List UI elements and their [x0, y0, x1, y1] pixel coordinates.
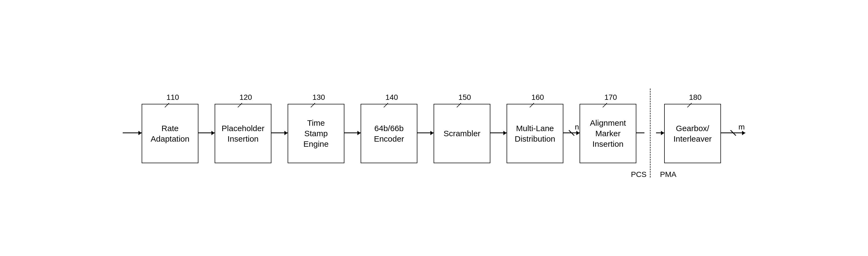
block-130-num: 130 — [312, 93, 325, 102]
block-130: 130 TimeStampEngine — [288, 93, 344, 163]
block-110: 110 RateAdaptation — [142, 93, 198, 163]
block-150-box: Scrambler — [434, 104, 490, 163]
block-160: 160 Multi-LaneDistribution — [506, 93, 563, 163]
pcs-label: PCS — [631, 170, 647, 179]
arrow-3 — [344, 103, 361, 163]
separator-container: PCS PMA — [636, 103, 664, 163]
diagram-wrapper: 110 RateAdaptation 120 PlaceholderInsert… — [123, 93, 745, 163]
arrow-line-1 — [198, 133, 215, 133]
arrow-4 — [417, 103, 434, 163]
pcs-pma-labels: PCS PMA — [631, 170, 676, 179]
block-180-num: 180 — [689, 93, 702, 102]
block-170: 170 AlignmentMarkerInsertion — [580, 93, 636, 163]
block-180: 180 Gearbox/Interleaver — [664, 93, 721, 163]
sep-left-line — [636, 133, 645, 133]
block-150: 150 Scrambler — [434, 93, 490, 163]
block-120-num: 120 — [240, 93, 252, 102]
block-110-label: RateAdaptation — [151, 123, 189, 144]
input-arrow — [123, 103, 142, 163]
block-170-box: AlignmentMarkerInsertion — [580, 104, 636, 163]
arrow-line-2 — [271, 133, 288, 133]
input-arrow-line — [123, 133, 142, 133]
block-170-num: 170 — [604, 93, 617, 102]
arrow-2 — [271, 103, 288, 163]
block-180-label: Gearbox/Interleaver — [673, 123, 712, 144]
block-140-label: 64b/66bEncoder — [374, 123, 404, 144]
dashed-vertical — [650, 88, 651, 178]
block-150-label: Scrambler — [443, 128, 480, 139]
arrow-5 — [490, 103, 506, 163]
diagram-container: 110 RateAdaptation 120 PlaceholderInsert… — [0, 0, 868, 256]
arrow-line-5 — [490, 133, 506, 133]
m-label: m — [739, 123, 745, 132]
block-140-num: 140 — [385, 93, 398, 102]
block-160-label: Multi-LaneDistribution — [515, 123, 555, 144]
block-120-box: PlaceholderInsertion — [215, 104, 271, 163]
block-160-box: Multi-LaneDistribution — [506, 104, 563, 163]
block-180-box: Gearbox/Interleaver — [664, 104, 721, 163]
sep-arrow-area — [636, 103, 664, 163]
block-160-num: 160 — [531, 93, 544, 102]
block-150-num: 150 — [459, 93, 471, 102]
block-140: 140 64b/66bEncoder — [361, 93, 417, 163]
block-120: 120 PlaceholderInsertion — [215, 93, 271, 163]
block-170-label: AlignmentMarkerInsertion — [590, 118, 626, 149]
pma-label: PMA — [660, 170, 677, 179]
arrow-1 — [198, 103, 215, 163]
arrow-n: n — [563, 103, 580, 163]
arrow-m: m — [721, 103, 745, 163]
block-110-box: RateAdaptation — [142, 104, 198, 163]
arrow-line-4 — [417, 133, 434, 133]
n-label: n — [575, 123, 579, 132]
block-110-num: 110 — [166, 93, 179, 102]
block-140-box: 64b/66bEncoder — [361, 104, 417, 163]
block-120-label: PlaceholderInsertion — [222, 123, 265, 144]
sep-right-line — [656, 133, 664, 133]
arrow-line-3 — [344, 133, 361, 133]
block-130-box: TimeStampEngine — [288, 104, 344, 163]
block-130-label: TimeStampEngine — [303, 118, 329, 149]
sep-arrowhead — [661, 131, 664, 135]
